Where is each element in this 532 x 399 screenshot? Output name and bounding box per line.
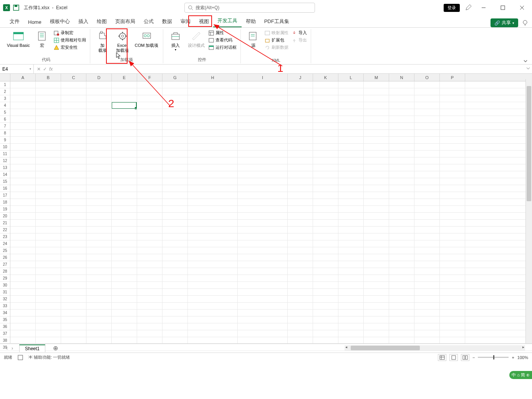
row-header-16[interactable]: 16	[0, 185, 10, 192]
row-header-21[interactable]: 21	[0, 220, 10, 227]
selected-cell[interactable]	[111, 102, 137, 109]
expand-formula-icon[interactable]	[524, 66, 532, 72]
vertical-scrollbar[interactable]	[525, 79, 532, 343]
export-button[interactable]: 导出	[292, 37, 307, 43]
tab-pdftools[interactable]: PDF工具集	[260, 16, 293, 27]
view-code-button[interactable]: 查看代码	[209, 37, 237, 43]
maximize-button[interactable]	[496, 2, 510, 13]
row-header-3[interactable]: 3	[0, 95, 10, 102]
row-header-26[interactable]: 26	[0, 254, 10, 261]
cancel-icon[interactable]: ✕	[37, 66, 41, 72]
row-header-27[interactable]: 27	[0, 261, 10, 268]
row-header-17[interactable]: 17	[0, 192, 10, 199]
tab-formulas[interactable]: 公式	[139, 16, 158, 27]
row-header-2[interactable]: 2	[0, 88, 10, 95]
spreadsheet-grid[interactable]: 1234567891011121314151617181920212223242…	[0, 74, 532, 343]
source-button[interactable]: 源	[243, 29, 263, 49]
row-header-37[interactable]: 37	[0, 330, 10, 337]
row-header-14[interactable]: 14	[0, 171, 10, 178]
fx-icon[interactable]: fx	[49, 66, 53, 72]
page-layout-button[interactable]	[449, 354, 458, 361]
row-header-23[interactable]: 23	[0, 233, 10, 240]
tab-insert[interactable]: 插入	[74, 16, 93, 27]
zoom-in-button[interactable]: +	[512, 355, 514, 360]
row-header-35[interactable]: 35	[0, 316, 10, 323]
tab-view[interactable]: 视图	[195, 16, 213, 27]
name-box[interactable]: E4▾	[0, 65, 34, 73]
tab-help[interactable]: 帮助	[242, 16, 260, 27]
comments-icon[interactable]	[522, 20, 528, 26]
insert-control-button[interactable]: 插入▾	[166, 29, 186, 53]
save-icon[interactable]	[13, 5, 19, 11]
expansion-button[interactable]: 扩展包	[265, 37, 288, 43]
col-header-N[interactable]: N	[389, 74, 414, 81]
col-header-F[interactable]: F	[137, 74, 162, 81]
tab-draw[interactable]: 绘图	[93, 16, 111, 27]
zoom-out-button[interactable]: −	[472, 355, 475, 360]
row-header-1[interactable]: 1	[0, 81, 10, 88]
excel-addins-button[interactable]: Excel 加载项	[113, 29, 133, 54]
macros-button[interactable]: 宏	[32, 29, 52, 49]
row-header-7[interactable]: 7	[0, 123, 10, 130]
col-header-K[interactable]: K	[313, 74, 338, 81]
row-header-9[interactable]: 9	[0, 137, 10, 144]
close-button[interactable]	[515, 2, 529, 13]
cells-area[interactable]	[10, 81, 532, 343]
col-header-C[interactable]: C	[61, 74, 86, 81]
ime-indicator[interactable]: 中 ⌂ 简 ⊕	[509, 371, 532, 379]
row-header-22[interactable]: 22	[0, 227, 10, 233]
prev-sheet-icon[interactable]: ‹	[6, 346, 8, 351]
row-header-24[interactable]: 24	[0, 240, 10, 247]
next-sheet-icon[interactable]: ›	[12, 346, 13, 351]
col-header-G[interactable]: G	[162, 74, 188, 81]
collapse-ribbon-icon[interactable]	[523, 58, 528, 64]
row-header-25[interactable]: 25	[0, 247, 10, 254]
col-header-D[interactable]: D	[86, 74, 112, 81]
row-header-5[interactable]: 5	[0, 109, 10, 116]
row-header-6[interactable]: 6	[0, 116, 10, 123]
add-sheet-button[interactable]: ⊕	[53, 344, 58, 352]
addins-button[interactable]: 加 载项	[93, 29, 113, 54]
row-header-32[interactable]: 32	[0, 296, 10, 303]
tab-data[interactable]: 数据	[158, 16, 176, 27]
tab-developer[interactable]: 开发工具	[213, 15, 242, 27]
visual-basic-button[interactable]: Visual Basic	[5, 29, 32, 49]
row-header-34[interactable]: 34	[0, 310, 10, 316]
hscroll-thumb[interactable]	[351, 346, 420, 350]
col-header-H[interactable]: H	[188, 74, 238, 81]
share-button[interactable]: 🔗 共享 ▾	[491, 18, 518, 27]
row-header-30[interactable]: 30	[0, 282, 10, 289]
row-header-10[interactable]: 10	[0, 144, 10, 151]
search-input[interactable]: 搜索(Alt+Q)	[184, 3, 315, 13]
tab-templates[interactable]: 模板中心	[46, 16, 74, 27]
row-header-31[interactable]: 31	[0, 289, 10, 296]
col-header-L[interactable]: L	[338, 74, 364, 81]
row-header-13[interactable]: 13	[0, 164, 10, 171]
macro-security-button[interactable]: 宏安全性	[54, 45, 86, 50]
col-header-E[interactable]: E	[112, 74, 137, 81]
login-button[interactable]: 登录	[444, 4, 460, 12]
col-header-B[interactable]: B	[36, 74, 61, 81]
zoom-level[interactable]: 100%	[517, 355, 528, 360]
import-button[interactable]: 导入	[292, 30, 307, 36]
row-header-4[interactable]: 4	[0, 102, 10, 109]
vscroll-thumb[interactable]	[527, 86, 531, 201]
row-header-36[interactable]: 36	[0, 323, 10, 330]
column-headers[interactable]: ABCDEFGHIJKLMNOP	[10, 74, 532, 81]
row-header-11[interactable]: 11	[0, 151, 10, 157]
properties-button[interactable]: 属性	[209, 30, 237, 36]
row-header-28[interactable]: 28	[0, 268, 10, 275]
row-header-15[interactable]: 15	[0, 178, 10, 185]
check-icon[interactable]: ✓	[43, 66, 47, 72]
col-header-A[interactable]: A	[10, 74, 36, 81]
accessibility-status[interactable]: 🞵 辅助功能: 一切就绪	[28, 354, 70, 360]
col-header-P[interactable]: P	[440, 74, 465, 81]
col-header-O[interactable]: O	[414, 74, 440, 81]
row-header-20[interactable]: 20	[0, 213, 10, 220]
select-all-corner[interactable]	[0, 74, 10, 81]
col-header-M[interactable]: M	[364, 74, 389, 81]
sheet-tab[interactable]: Sheet1	[19, 344, 45, 352]
zoom-slider[interactable]	[478, 357, 509, 358]
row-header-33[interactable]: 33	[0, 303, 10, 310]
normal-view-button[interactable]	[438, 354, 446, 361]
